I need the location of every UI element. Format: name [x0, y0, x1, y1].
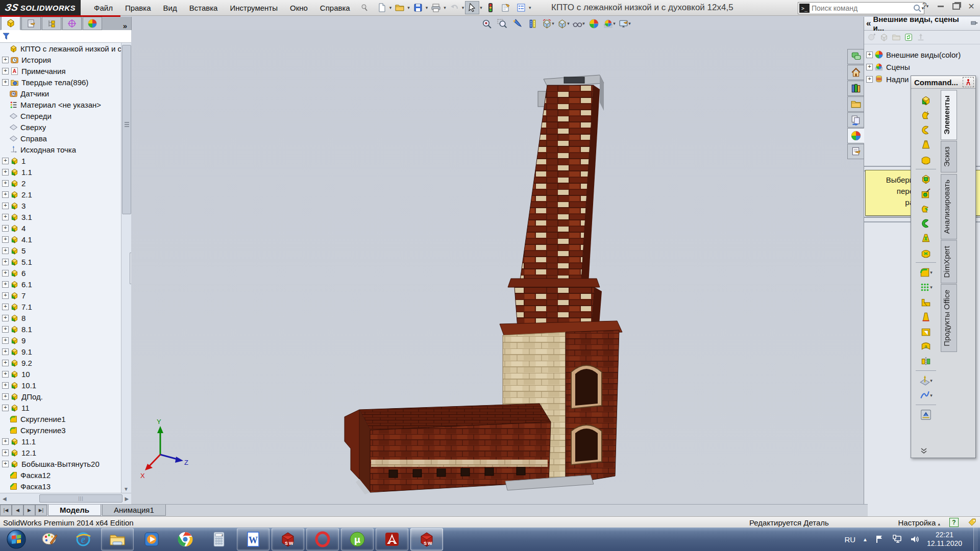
boss-extrude-button[interactable] [920, 93, 932, 108]
feature-tree-item[interactable]: +6.1 [0, 279, 121, 290]
feature-tree-item[interactable]: +2.1 [0, 189, 121, 200]
feature-tree-item[interactable]: +9.2 [0, 357, 121, 368]
feature-tree-item[interactable]: +6 [0, 267, 121, 279]
options-dropdown-icon[interactable]: ▾ [529, 5, 531, 10]
feature-tree-item[interactable]: +10.1 [0, 380, 121, 391]
task-pane-tab-view-palette[interactable] [847, 112, 864, 128]
expand-plus-icon[interactable]: + [2, 203, 9, 209]
export-up-button[interactable] [916, 33, 925, 42]
feature-tree-item[interactable]: Скругление3 [0, 424, 121, 436]
close-button[interactable]: ✕ [966, 1, 977, 11]
task-pane-tab-comments[interactable] [847, 49, 864, 64]
tab-scroll-first-button[interactable]: |◀ [0, 505, 12, 516]
expand-plus-icon[interactable]: + [2, 214, 9, 220]
menu-Файл[interactable]: Файл [88, 1, 119, 15]
hole-wizard-button[interactable] [920, 186, 932, 201]
menu-Инструменты[interactable]: Инструменты [224, 1, 284, 15]
expand-plus-icon[interactable]: + [2, 382, 9, 389]
feature-tree-item[interactable]: +9 [0, 335, 121, 346]
feature-tree-item[interactable]: +1 [0, 155, 121, 166]
tab-overflow-chevron[interactable]: » [123, 21, 127, 30]
edit-appearance-button[interactable] [587, 17, 601, 30]
feature-tree-item[interactable]: +4 [0, 222, 121, 234]
language-indicator[interactable]: RU [844, 535, 855, 544]
add-appearance-button[interactable] [867, 33, 876, 42]
feature-tree-item[interactable]: КПТО с лежанкой низкой и с д [0, 43, 121, 54]
feature-tree-item[interactable]: Справа [0, 133, 121, 144]
palette-titlebar[interactable]: Command... [911, 76, 975, 89]
palette-pin-button[interactable] [963, 77, 974, 87]
view-orientation-button[interactable]: ▾ [541, 17, 555, 30]
open-document-dropdown-icon[interactable]: ▾ [407, 5, 410, 10]
tray-expand-icon[interactable]: ▲ [863, 537, 868, 542]
feature-tree-item[interactable]: Материал <не указан> [0, 99, 121, 110]
feature-tree-item[interactable]: Фаска13 [0, 481, 121, 492]
undo-dropdown-icon[interactable]: ▾ [462, 5, 464, 10]
manager-tab-propertymanager[interactable] [21, 17, 41, 30]
view-orientation-dropdown-icon[interactable]: ▾ [552, 21, 554, 26]
print-button[interactable] [429, 1, 443, 14]
network-icon[interactable] [892, 534, 902, 544]
linear-pattern-button[interactable]: ▾ [919, 280, 933, 294]
shell-button[interactable] [920, 324, 932, 339]
taskbar-internet-explorer-button[interactable]: e [67, 529, 99, 550]
show-desktop-button[interactable] [973, 528, 978, 551]
help-icon[interactable]: ?▾ [920, 1, 931, 11]
previous-view-button[interactable] [510, 17, 524, 30]
tab-scroll-next-button[interactable]: ▶ [23, 505, 35, 516]
taskbar-media-player-button[interactable] [136, 529, 167, 550]
palette-tab-Эскиз[interactable]: Эскиз [941, 141, 957, 172]
tag-icon[interactable] [968, 518, 977, 527]
instant3d-button[interactable] [920, 407, 932, 422]
taskbar-utorrent-button[interactable]: µ [341, 528, 374, 550]
manager-tab-configurationmanager[interactable] [42, 17, 61, 30]
palette-tab-Элементы[interactable]: Элементы [941, 90, 957, 140]
view-settings-dropdown-icon[interactable]: ▾ [628, 21, 631, 26]
expand-plus-icon[interactable]: + [866, 64, 873, 70]
expand-plus-icon[interactable]: + [2, 180, 9, 187]
scrollbar-thumb[interactable] [122, 45, 131, 214]
taskbar-chrome-button[interactable] [169, 529, 201, 550]
search-input[interactable] [810, 4, 913, 12]
menu-Правка[interactable]: Правка [119, 1, 157, 15]
select-dropdown-icon[interactable]: ▾ [480, 5, 482, 10]
print-dropdown-icon[interactable]: ▾ [444, 5, 446, 10]
palette-tab-Анализировать[interactable]: Анализировать [941, 174, 957, 239]
open-document-button[interactable] [393, 1, 407, 14]
new-document-dropdown-icon[interactable]: ▾ [389, 5, 392, 10]
action-center-flag-icon[interactable] [875, 534, 885, 544]
zoom-area-button[interactable] [495, 17, 509, 30]
pin-icon[interactable] [970, 19, 978, 28]
expand-plus-icon[interactable]: + [2, 68, 9, 74]
expand-plus-icon[interactable]: + [2, 169, 9, 176]
feature-tree-item[interactable]: +10 [0, 368, 121, 380]
feature-tree-item[interactable]: +Твердые тела(896) [0, 77, 121, 88]
draft-button[interactable] [920, 309, 932, 324]
loft-boss-button[interactable] [920, 137, 932, 152]
cut-boundary-button[interactable] [920, 245, 932, 260]
feature-tree-item[interactable]: +7 [0, 290, 121, 301]
taskbar-solidworks-active-button[interactable]: SW [410, 528, 443, 550]
expand-plus-icon[interactable]: + [2, 270, 9, 277]
taskbar-opera-button[interactable] [306, 528, 339, 550]
taskbar-adobe-reader-button[interactable] [376, 528, 408, 550]
feature-tree-item[interactable]: Скругление1 [0, 413, 121, 424]
feature-tree-item[interactable]: +История [0, 54, 121, 65]
new-document-button[interactable] [375, 1, 389, 14]
view-settings-button[interactable]: ▾ [618, 17, 631, 30]
manager-tab-dimxpertmanager[interactable] [62, 17, 82, 30]
section-view-button[interactable] [526, 17, 540, 30]
cut-extrude-button[interactable] [920, 171, 932, 186]
customize-menu[interactable]: Настройка ▴ [898, 518, 940, 527]
undo-button[interactable] [447, 1, 461, 14]
task-pane-tab-custom-properties[interactable] [847, 144, 864, 159]
open-folder-button[interactable] [879, 33, 889, 42]
tab-scroll-last-button[interactable]: ▶| [35, 505, 47, 516]
feature-tree-item[interactable]: +11.1 [0, 436, 121, 447]
clock[interactable]: 22:21 12.11.2020 [927, 531, 962, 548]
feature-tree-item[interactable]: +2 [0, 178, 121, 189]
feature-tree-item[interactable]: Спереди [0, 110, 121, 121]
feature-tree-item[interactable]: +11 [0, 402, 121, 413]
taskbar-windows-explorer-button[interactable] [101, 528, 134, 550]
taskbar-paint-button[interactable] [34, 529, 65, 550]
